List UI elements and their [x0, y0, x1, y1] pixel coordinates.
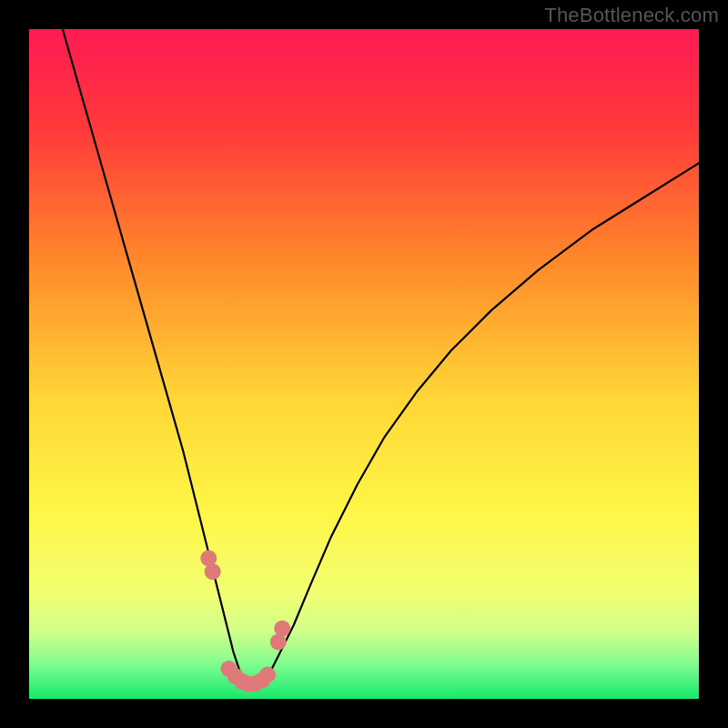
data-marker: [274, 621, 290, 637]
chart-root: TheBottleneck.com: [0, 0, 728, 728]
plot-area: [29, 29, 699, 699]
gradient-background: [29, 29, 699, 699]
watermark-text: TheBottleneck.com: [544, 4, 719, 27]
data-marker: [205, 563, 221, 580]
chart-svg: [29, 29, 699, 699]
data-marker: [259, 667, 276, 683]
